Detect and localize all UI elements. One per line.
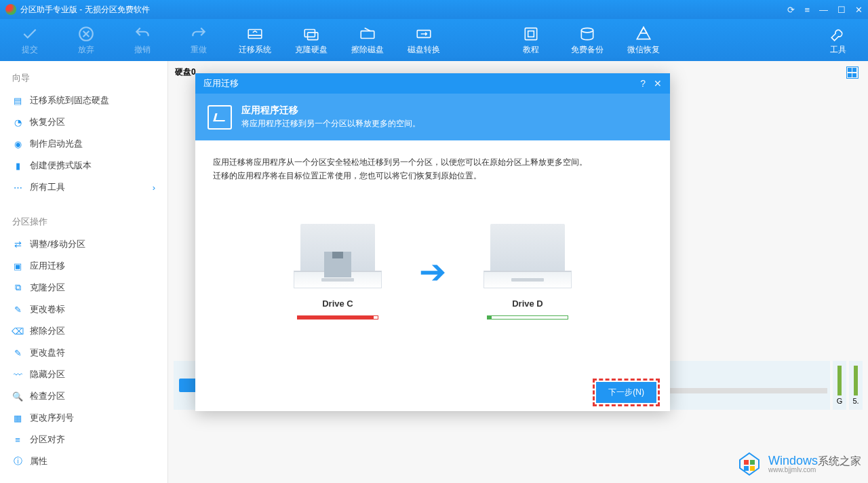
convert-icon: [415, 25, 433, 43]
hide-icon: 〰: [12, 369, 23, 380]
wrench-icon: [829, 25, 847, 43]
tutorial-button[interactable]: 教程: [515, 25, 547, 56]
dialog-titlebar: 应用迁移 ? ✕: [195, 73, 670, 94]
sidebar-item-erase-partition[interactable]: ⌫擦除分区: [0, 320, 167, 342]
serial-icon: ▦: [12, 412, 23, 423]
svg-rect-9: [744, 460, 749, 465]
more-icon: ⋯: [12, 182, 23, 193]
dialog-header: 应用程序迁移 将应用程序迁移到另一个分区以释放更多的空间。: [195, 94, 670, 140]
dialog-header-title: 应用程序迁移: [241, 104, 420, 117]
clone-disk-button[interactable]: 克隆硬盘: [295, 25, 328, 56]
help-icon[interactable]: ?: [640, 78, 646, 89]
free-backup-button[interactable]: 免费备份: [571, 25, 604, 56]
watermark: Windows系统之家 www.bjjmlv.com: [736, 450, 861, 478]
app-title: 分区助手专业版 - 无损分区免费软件: [20, 4, 787, 16]
discard-button[interactable]: 放弃: [70, 25, 102, 56]
sidebar: 向导 ▤迁移系统到固态硬盘 ◔恢复分区 ◉制作启动光盘 ▮创建便携式版本 ⋯所有…: [0, 61, 168, 483]
drive-c: Drive C: [277, 224, 399, 320]
sidebar-item-boot-disc[interactable]: ◉制作启动光盘: [0, 133, 167, 155]
info-icon: ⓘ: [12, 456, 23, 467]
svg-rect-10: [750, 460, 755, 465]
window-controls: ⟳ ≡ ― ☐ ✕: [787, 5, 863, 15]
commit-button[interactable]: 提交: [14, 25, 46, 56]
watermark-brand: Windows: [768, 454, 818, 467]
sidebar-item-portable[interactable]: ▮创建便携式版本: [0, 155, 167, 176]
chevron-right-icon: ›: [153, 182, 155, 193]
clone-icon: [302, 25, 320, 43]
tutorial-icon: [522, 25, 540, 43]
dialog-title: 应用迁移: [203, 77, 239, 90]
sidebar-item-align[interactable]: ≡分区对齐: [0, 429, 167, 450]
sidebar-item-app-migrate[interactable]: ▣应用迁移: [0, 255, 167, 277]
app-migrate-icon: ▣: [12, 260, 23, 271]
main-toolbar: 提交 放弃 撤销 重做 迁移系统 克隆硬盘 擦除磁盘 磁盘转换 教程 免费备份 …: [0, 19, 868, 61]
clone-part-icon: ⧉: [12, 282, 23, 293]
titlebar: 分区助手专业版 - 无损分区免费软件 ⟳ ≡ ― ☐ ✕: [0, 0, 868, 19]
svg-rect-6: [525, 28, 536, 39]
usb-icon: ▮: [12, 160, 23, 171]
app-logo-icon: [5, 4, 16, 15]
redo-button[interactable]: 重做: [182, 25, 215, 56]
letter-icon: ✎: [12, 347, 23, 358]
migrate-icon: [246, 25, 264, 43]
sidebar-item-hide-partition[interactable]: 〰隐藏分区: [0, 364, 167, 385]
sidebar-item-recover-partition[interactable]: ◔恢复分区: [0, 111, 167, 133]
check-part-icon: 🔍: [12, 391, 23, 402]
partition-small-1[interactable]: G: [833, 361, 846, 410]
close-icon[interactable]: ✕: [855, 5, 863, 15]
sidebar-item-check-partition[interactable]: 🔍检查分区: [0, 385, 167, 407]
minimize-icon[interactable]: ―: [819, 5, 828, 15]
partition-small-2[interactable]: 5.: [849, 361, 863, 410]
wechat-icon: [635, 25, 652, 43]
svg-rect-7: [528, 31, 534, 37]
disk-convert-button[interactable]: 磁盘转换: [408, 25, 440, 56]
check-icon: [21, 25, 39, 43]
drive-d-bar: [487, 315, 568, 320]
sidebar-item-migrate-ssd[interactable]: ▤迁移系统到固态硬盘: [0, 90, 167, 111]
redo-icon: [190, 25, 208, 43]
tools-button[interactable]: 工具: [822, 25, 854, 56]
svg-point-8: [581, 28, 593, 33]
sidebar-item-change-serial[interactable]: ▦更改序列号: [0, 407, 167, 429]
cancel-icon: [77, 25, 95, 43]
undo-button[interactable]: 撤销: [126, 25, 159, 56]
refresh-icon[interactable]: ⟳: [787, 5, 795, 15]
sidebar-item-properties[interactable]: ⓘ属性: [0, 450, 167, 472]
erase-part-icon: ⌫: [12, 326, 23, 336]
drive-c-bar: [297, 315, 378, 320]
sidebar-item-change-letter[interactable]: ✎更改盘符: [0, 342, 167, 364]
drive-c-label: Drive C: [322, 296, 353, 311]
svg-rect-12: [750, 466, 755, 471]
next-button[interactable]: 下一步(N): [596, 382, 656, 403]
dialog-close-icon[interactable]: ✕: [654, 78, 662, 89]
disc-icon: ◉: [12, 138, 23, 149]
drive-d-label: Drive D: [512, 296, 543, 311]
wechat-recovery-button[interactable]: 微信恢复: [627, 25, 660, 56]
maximize-icon[interactable]: ☐: [837, 5, 846, 15]
drive-illustration: Drive C ➔ Drive D: [213, 224, 652, 320]
erase-disk-button[interactable]: 擦除磁盘: [351, 25, 384, 56]
sidebar-item-clone-partition[interactable]: ⧉克隆分区: [0, 277, 167, 298]
ops-header: 分区操作: [0, 210, 167, 233]
body-text-2: 迁移的应用程序将在目标位置正常使用，您也可以将它们恢复到原始位置。: [213, 169, 652, 182]
dialog-body: 应用迁移将应用程序从一个分区安全轻松地迁移到另一个分区，以便您可以在原始分区上释…: [195, 140, 670, 373]
migrate-os-button[interactable]: 迁移系统: [239, 25, 271, 56]
menu-icon[interactable]: ≡: [804, 5, 810, 15]
sidebar-item-all-tools[interactable]: ⋯所有工具›: [0, 176, 167, 198]
windows-logo-icon: [736, 450, 763, 478]
align-icon: ≡: [12, 434, 23, 445]
dialog-footer: 下一步(N): [195, 373, 670, 411]
wizard-header: 向导: [0, 66, 167, 90]
label-icon: ✎: [12, 304, 23, 315]
body-text-1: 应用迁移将应用程序从一个分区安全轻松地迁移到另一个分区，以便您可以在原始分区上释…: [213, 155, 652, 169]
sidebar-item-change-label[interactable]: ✎更改卷标: [0, 298, 167, 320]
erase-icon: [359, 25, 376, 43]
recover-icon: ◔: [12, 117, 23, 128]
migrate-header-icon: [208, 105, 232, 130]
arrow-right-icon: ➔: [419, 244, 446, 300]
backup-icon: [578, 25, 596, 43]
grid-view-icon[interactable]: [846, 66, 859, 79]
svg-rect-2: [304, 29, 315, 37]
drive-d: Drive D: [467, 224, 589, 320]
sidebar-item-resize[interactable]: ⇄调整/移动分区: [0, 233, 167, 255]
